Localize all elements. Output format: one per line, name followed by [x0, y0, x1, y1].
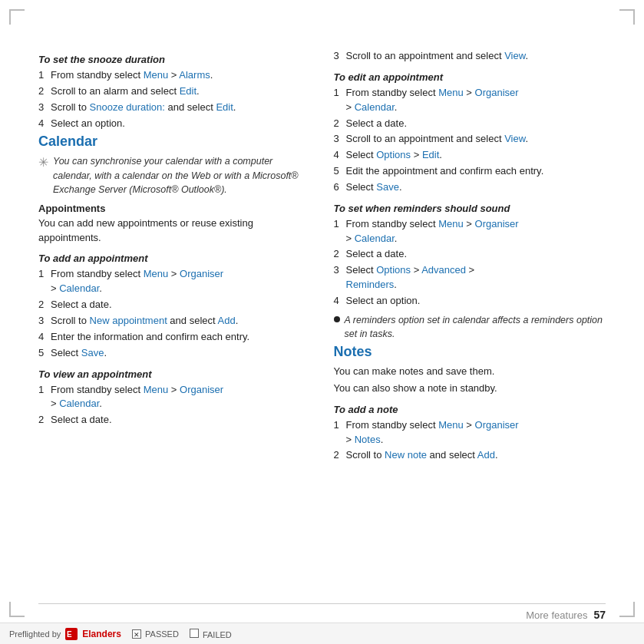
corner-mark-tl — [9, 9, 25, 25]
list-item: 1From standby select Menu > Organiser> C… — [334, 217, 606, 246]
list-item: 3Select Options > Advanced >Reminders. — [334, 263, 606, 292]
tip-box: ✳ You can synchronise your calendar with… — [38, 154, 311, 196]
link-edit: Edit — [422, 149, 439, 160]
passed-text: PASSED — [145, 629, 179, 639]
list-item: 6Select Save. — [334, 180, 606, 195]
step-num: 2 — [334, 448, 346, 463]
step-text: Select Save. — [51, 346, 311, 361]
list-item: 3Scroll to an appointment and select Vie… — [334, 49, 606, 64]
page-footer: More features 57 — [38, 603, 606, 621]
link-new-note: New note — [385, 449, 427, 461]
add-note-heading: To add a note — [334, 404, 606, 415]
step-num: 4 — [334, 294, 346, 309]
step-text: Scroll to Snooze duration: and select Ed… — [51, 101, 311, 115]
failed-label: FAILED — [190, 629, 232, 639]
step-text: From standby select Menu > Organiser> Ca… — [51, 267, 311, 296]
list-item: 1From standby select Menu > Organiser> N… — [334, 418, 606, 447]
list-item: 2Scroll to New note and select Add. — [334, 448, 606, 463]
link-save: Save — [376, 181, 399, 193]
edit-appt-heading: To edit an appointment — [334, 71, 606, 83]
link-add: Add — [477, 449, 495, 461]
list-item: 1From standby select Menu > Organiser> C… — [38, 383, 311, 412]
link-snooze: Snooze duration: — [90, 101, 165, 113]
list-item: 4Select an option. — [38, 117, 311, 131]
step-text: Edit the appointment and confirm each en… — [346, 164, 606, 179]
list-item: 1From standby select Menu > Organiser> C… — [334, 86, 606, 115]
step-num: 4 — [38, 330, 51, 345]
step-num: 2 — [334, 247, 346, 262]
right-column: 3Scroll to an appointment and select Vie… — [334, 46, 606, 466]
link-save: Save — [81, 347, 104, 358]
link-menu: Menu — [144, 69, 169, 81]
elanders-logo-icon: E — [65, 628, 78, 640]
step-num: 6 — [334, 180, 346, 195]
list-item: 4Select an option. — [334, 294, 606, 309]
step-num: 1 — [38, 267, 51, 282]
appointments-heading: Appointments — [38, 203, 311, 214]
step-num: 2 — [38, 413, 51, 428]
step-text: Scroll to New note and select Add. — [346, 448, 606, 463]
add-appt-steps: 1From standby select Menu > Organiser> C… — [38, 267, 311, 360]
link-new-appt: New appointment — [90, 315, 167, 326]
step-num: 4 — [38, 117, 51, 131]
step-text: Select a date. — [346, 247, 606, 262]
link-menu: Menu — [438, 218, 464, 230]
page-number: 57 — [593, 609, 606, 621]
add-appt-heading: To add an appointment — [38, 253, 311, 264]
snooze-heading: To set the snooze duration — [38, 54, 311, 65]
passed-label: ✕ PASSED — [132, 629, 179, 639]
link-reminders: Reminders — [346, 279, 395, 290]
link-organiser: Organiser — [180, 268, 223, 279]
step-num: 1 — [334, 217, 346, 232]
list-item: 3Scroll to an appointment and select Vie… — [334, 132, 606, 147]
reminder-note-box: A reminders option set in calendar affec… — [334, 313, 606, 341]
link-organiser: Organiser — [475, 419, 519, 431]
elanders-name: Elanders — [82, 629, 121, 639]
step-num: 3 — [38, 101, 51, 115]
step-text: Scroll to an alarm and select Edit. — [51, 84, 311, 99]
link-calendar: Calendar — [355, 101, 395, 113]
reminder-note: A reminders option set in calendar affec… — [345, 313, 606, 341]
list-item: 3Scroll to Snooze duration: and select E… — [38, 101, 311, 115]
corner-mark-tr — [619, 9, 635, 25]
step-text: Select a date. — [51, 413, 311, 428]
list-item: 2Select a date. — [334, 117, 606, 131]
edit-appt-steps: 1From standby select Menu > Organiser> C… — [334, 86, 606, 195]
step-text: From standby select Menu > Organiser> Ca… — [346, 86, 606, 115]
reminders-steps: 1From standby select Menu > Organiser> C… — [334, 217, 606, 309]
link-edit2: Edit — [216, 101, 233, 113]
step-text: From standby select Menu > Organiser> Ca… — [51, 383, 311, 412]
step-text: Select Save. — [346, 180, 606, 195]
view-appt-steps: 1From standby select Menu > Organiser> C… — [38, 383, 311, 428]
step-num: 3 — [334, 132, 346, 147]
link-menu: Menu — [144, 384, 169, 395]
step-text: Select Options > Edit. — [346, 148, 606, 163]
link-options: Options — [376, 149, 411, 160]
step-text: Scroll to an appointment and select View… — [346, 49, 606, 64]
step-text: Select an option. — [346, 294, 606, 309]
page: To set the snooze duration 1From standby… — [0, 0, 644, 644]
step-num: 2 — [334, 117, 346, 131]
list-item: 5Select Save. — [38, 346, 311, 361]
list-item: 5Edit the appointment and confirm each e… — [334, 164, 606, 179]
list-item: 2Select a date. — [334, 247, 606, 262]
link-organiser: Organiser — [475, 218, 519, 230]
view-appt-heading: To view an appointment — [38, 368, 311, 380]
step-num: 3 — [334, 263, 346, 278]
notes-heading: Notes — [334, 344, 606, 360]
list-item: 4Select Options > Edit. — [334, 148, 606, 163]
appointments-para: You can add new appointments or reuse ex… — [38, 216, 311, 246]
list-item: 4Enter the information and confirm each … — [38, 330, 311, 345]
step-num: 1 — [334, 418, 346, 433]
snooze-steps: 1From standby select Menu > Alarms. 2Scr… — [38, 68, 311, 130]
link-menu: Menu — [144, 268, 169, 279]
link-calendar: Calendar — [59, 398, 99, 409]
left-column: To set the snooze duration 1From standby… — [38, 46, 311, 466]
reminders-heading: To set when reminders should sound — [334, 203, 606, 214]
tip-text: You can synchronise your calendar with a… — [53, 154, 311, 196]
tip-icon: ✳ — [38, 155, 48, 170]
step-text: Scroll to an appointment and select View… — [346, 132, 606, 147]
step-num: 3 — [334, 49, 346, 64]
corner-mark-br — [619, 602, 635, 617]
step-text: From standby select Menu > Organiser> No… — [346, 418, 606, 447]
